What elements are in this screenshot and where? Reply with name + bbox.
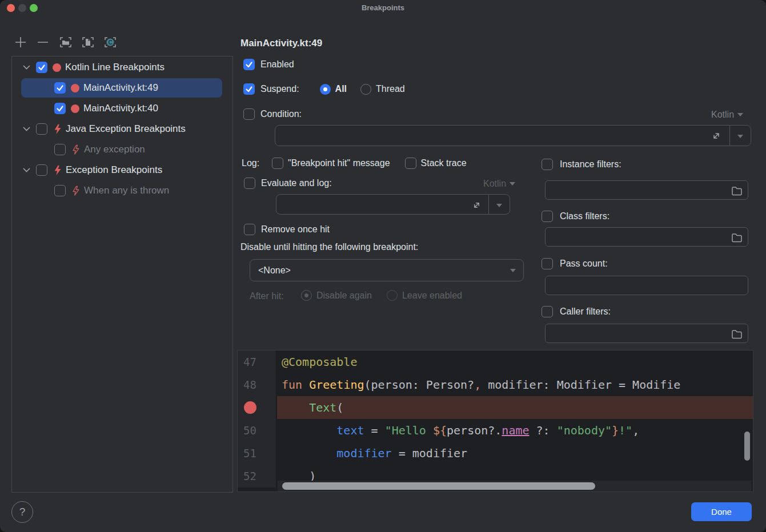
- group-by-package-icon: [59, 36, 73, 49]
- evaluate-language-label: Kotlin: [483, 179, 506, 189]
- tree-item[interactable]: When any is thrown: [12, 180, 232, 201]
- condition-history-dropdown[interactable]: [735, 134, 746, 139]
- titlebar: Breakpoints: [0, 0, 766, 16]
- evaluate-expand-button[interactable]: [470, 198, 483, 212]
- tree-item-selected[interactable]: MainActivity.kt:49: [12, 78, 232, 98]
- evaluate-history-dropdown[interactable]: [494, 203, 505, 208]
- breakpoint-title: MainActivity.kt:49: [240, 38, 322, 49]
- after-hit-option-label: Leave enabled: [402, 291, 462, 301]
- add-breakpoint-button[interactable]: [13, 34, 29, 50]
- disable-until-combobox[interactable]: <None>: [250, 259, 524, 281]
- radio-button-disabled[interactable]: [301, 290, 312, 301]
- tree-item-checkbox[interactable]: [54, 144, 66, 155]
- log-label: Log:: [242, 158, 259, 168]
- breakpoint-icon: [71, 104, 79, 113]
- tree-item-checkbox[interactable]: [54, 103, 66, 114]
- evaluate-language-selector[interactable]: Kotlin: [483, 179, 515, 189]
- group-by-file-icon: [81, 36, 95, 49]
- suspend-option-label: Thread: [376, 84, 405, 94]
- horizontal-scrollbar-thumb[interactable]: [282, 482, 595, 490]
- condition-input[interactable]: [275, 125, 751, 146]
- exception-bolt-icon: [53, 165, 62, 175]
- code-text: modifier = modifier: [277, 442, 753, 465]
- tree-item-label: Exception Breakpoints: [66, 164, 162, 176]
- folder-icon: [731, 233, 743, 243]
- tree-item-checkbox[interactable]: [36, 164, 47, 176]
- code-text: text = "Hello ${person?.name ?: "nobody"…: [277, 419, 753, 442]
- log-option[interactable]: Stack trace: [405, 158, 467, 169]
- code-line: 50 text = "Hello ${person?.name ?: "nobo…: [238, 419, 753, 442]
- tree-item-label: Kotlin Line Breakpoints: [65, 62, 165, 73]
- tree-item-label: MainActivity.kt:49: [83, 82, 158, 94]
- code-line: 48fun Greeting(person: Person?, modifier…: [238, 373, 753, 396]
- tree-item-checkbox[interactable]: [36, 62, 47, 73]
- gutter-cell: 51: [238, 442, 276, 465]
- suspend-checkbox[interactable]: [243, 83, 255, 95]
- code-text: fun Greeting(person: Person?, modifier: …: [277, 373, 753, 396]
- suspend-option-all[interactable]: All: [320, 84, 347, 95]
- done-button[interactable]: Done: [691, 502, 752, 521]
- caller-filters-label: Caller filters:: [560, 307, 611, 317]
- tree-item[interactable]: Any exception: [12, 139, 232, 160]
- expand-icon: [472, 200, 482, 210]
- caller-filters-browse-button[interactable]: [731, 329, 743, 339]
- pass-count-label: Pass count:: [560, 259, 608, 269]
- log-option-checkbox[interactable]: [405, 158, 416, 169]
- vertical-scrollbar-thumb[interactable]: [744, 432, 750, 461]
- class-filters-checkbox[interactable]: [542, 211, 553, 222]
- log-option[interactable]: "Breakpoint hit" message: [272, 158, 390, 169]
- instance-filters-input[interactable]: [545, 180, 748, 200]
- tree-item-checkbox[interactable]: [36, 123, 47, 135]
- radio-button[interactable]: [360, 84, 371, 95]
- exception-bolt-outline-icon: [71, 186, 80, 196]
- tree-item[interactable]: MainActivity.kt:40: [12, 98, 232, 119]
- tree-item-checkbox[interactable]: [54, 185, 66, 196]
- class-filters-label: Class filters:: [560, 211, 609, 221]
- condition-language-selector[interactable]: Kotlin: [711, 110, 743, 120]
- radio-button-disabled[interactable]: [387, 290, 398, 301]
- exception-bolt-outline-icon: [71, 144, 80, 155]
- evaluate-and-log-label: Evaluate and log:: [261, 178, 332, 188]
- add-icon: [14, 36, 27, 49]
- tree-item[interactable]: Exception Breakpoints: [12, 160, 232, 180]
- tree-item-checkbox[interactable]: [54, 82, 66, 94]
- breakpoint-gutter-icon[interactable]: [244, 401, 256, 414]
- gutter-cell: 47: [238, 350, 276, 373]
- remove-breakpoint-button[interactable]: [35, 34, 51, 50]
- suspend-options: AllThread: [320, 84, 405, 95]
- chevron-down-icon[interactable]: [22, 63, 30, 71]
- instance-filters-checkbox[interactable]: [542, 159, 553, 170]
- gutter-cell: [238, 396, 276, 419]
- evaluate-input[interactable]: [276, 194, 510, 215]
- pass-count-input[interactable]: [545, 276, 748, 295]
- condition-checkbox[interactable]: [243, 108, 255, 120]
- instance-filters-browse-button[interactable]: [731, 186, 743, 196]
- tree-item[interactable]: Java Exception Breakpoints: [12, 119, 232, 139]
- chevron-down-icon: [510, 269, 516, 272]
- code-line: 47@Composable: [238, 350, 753, 373]
- remove-icon: [37, 36, 49, 49]
- log-option-checkbox[interactable]: [272, 158, 283, 169]
- chevron-down-icon[interactable]: [22, 166, 30, 174]
- enabled-checkbox[interactable]: [243, 59, 255, 70]
- after-hit-options: Disable againLeave enabled: [301, 290, 462, 301]
- class-filters-browse-button[interactable]: [731, 232, 743, 243]
- tree-item[interactable]: Kotlin Line Breakpoints: [12, 57, 232, 78]
- condition-expand-button[interactable]: [709, 129, 723, 143]
- help-button[interactable]: ?: [11, 501, 33, 523]
- pass-count-checkbox[interactable]: [542, 258, 553, 269]
- disable-until-label: Disable until hitting the following brea…: [240, 242, 418, 252]
- group-by-class-button[interactable]: C: [102, 34, 118, 50]
- radio-button[interactable]: [320, 84, 331, 95]
- caller-filters-input[interactable]: [545, 324, 748, 343]
- chevron-down-icon[interactable]: [22, 125, 30, 133]
- window-title: Breakpoints: [0, 0, 766, 16]
- group-by-package-button[interactable]: [58, 34, 74, 50]
- evaluate-and-log-checkbox[interactable]: [244, 178, 255, 189]
- group-by-file-button[interactable]: [80, 34, 96, 50]
- caller-filters-checkbox[interactable]: [542, 306, 553, 317]
- suspend-option-thread[interactable]: Thread: [360, 84, 405, 95]
- class-filters-input[interactable]: [545, 227, 748, 247]
- code-line: 51 modifier = modifier: [238, 442, 753, 465]
- remove-once-hit-checkbox[interactable]: [244, 224, 255, 235]
